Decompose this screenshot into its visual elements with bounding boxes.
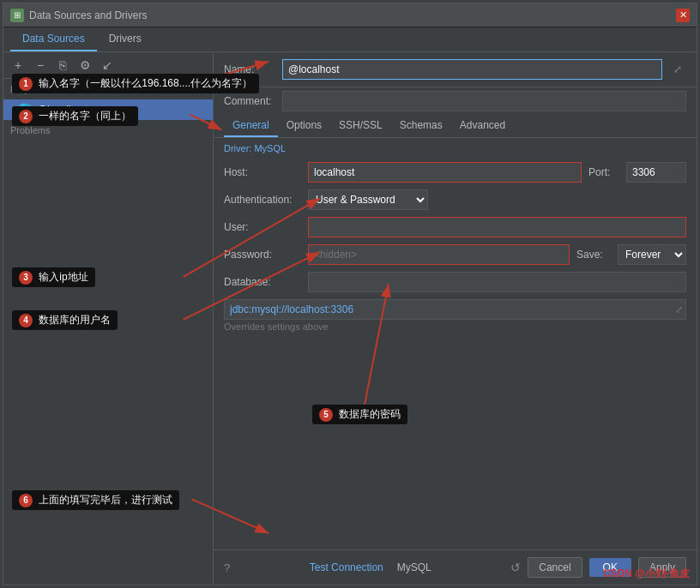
tab-datasources[interactable]: Data Sources xyxy=(10,27,97,51)
datasource-label: @localhost xyxy=(37,104,88,116)
tab-sshssl[interactable]: SSH/SSL xyxy=(330,115,391,137)
name-input[interactable] xyxy=(282,59,662,80)
expand-jdbc-icon: ⤢ xyxy=(675,304,683,315)
expand-name-button[interactable]: ⤢ xyxy=(669,61,686,78)
database-row: Database: xyxy=(224,272,686,292)
driver-label: Driver: MySQL xyxy=(214,138,697,159)
datasource-item-localhost[interactable]: 🐬 @localhost xyxy=(3,99,213,120)
app-icon: ⊞ xyxy=(10,9,24,22)
port-label: Port: xyxy=(588,166,619,178)
add-button[interactable]: + xyxy=(9,56,27,75)
form-area: Host: Port: Authentication: User & Passw… xyxy=(214,159,697,549)
section-header: Project Data Source xyxy=(3,79,213,99)
database-input[interactable] xyxy=(308,272,686,292)
tab-options[interactable]: Options xyxy=(278,115,330,137)
left-panel: + − ⎘ ⚙ ↙ Project Data Source 🐬 @localho… xyxy=(3,52,214,585)
help-button[interactable]: ? xyxy=(224,561,230,574)
watermark: CSDN @小刘-鱼皮 xyxy=(603,567,690,581)
save-label: Save: xyxy=(576,249,611,261)
title-bar: ⊞ Data Sources and Drivers ✕ xyxy=(3,3,697,27)
tab-schemas[interactable]: Schemas xyxy=(391,115,451,137)
host-label: Host: xyxy=(224,166,301,178)
password-row: Password: Save: Forever xyxy=(224,244,686,265)
mysql-label: MySQL xyxy=(397,561,431,573)
save-select[interactable]: Forever xyxy=(618,244,686,265)
right-panel: Name: ⤢ Comment: General Options SSH/SSL… xyxy=(214,52,697,585)
window-title: Data Sources and Drivers xyxy=(29,9,147,21)
comment-label: Comment: xyxy=(224,95,275,107)
name-row: Name: ⤢ xyxy=(214,52,697,87)
undo-button[interactable]: ↺ xyxy=(510,561,521,574)
user-input[interactable] xyxy=(308,217,686,237)
top-tabs: Data Sources Drivers xyxy=(3,27,697,52)
overrides-text: Overrides settings above xyxy=(224,321,686,332)
user-row: User: xyxy=(224,217,686,237)
name-label: Name: xyxy=(224,63,275,75)
comment-row: Comment: xyxy=(214,87,697,115)
auth-select[interactable]: User & Password xyxy=(308,189,428,210)
settings-button[interactable]: ⚙ xyxy=(75,56,94,75)
comment-input[interactable] xyxy=(282,91,686,111)
tab-drivers[interactable]: Drivers xyxy=(97,27,154,51)
host-row: Host: Port: xyxy=(224,162,686,183)
problems-section: Problems xyxy=(3,120,213,141)
host-input[interactable] xyxy=(308,162,582,183)
password-input[interactable] xyxy=(308,244,570,265)
test-connection-button[interactable]: Test Connection xyxy=(310,561,383,573)
password-label: Password: xyxy=(224,249,301,261)
jdbc-row: ⤢ xyxy=(224,299,686,320)
cancel-button[interactable]: Cancel xyxy=(528,557,582,578)
left-toolbar: + − ⎘ ⚙ ↙ xyxy=(3,52,213,79)
auth-row: Authentication: User & Password xyxy=(224,189,686,210)
auth-label: Authentication: xyxy=(224,194,301,206)
tab-advanced[interactable]: Advanced xyxy=(451,115,514,137)
jdbc-input[interactable] xyxy=(224,299,686,320)
port-input[interactable] xyxy=(626,162,686,183)
remove-button[interactable]: − xyxy=(31,56,50,75)
problems-label: Problems xyxy=(10,125,50,135)
mysql-icon: 🐬 xyxy=(17,103,32,117)
bottom-actions: Test Connection MySQL xyxy=(310,561,431,573)
copy-button[interactable]: ⎘ xyxy=(53,56,72,75)
user-label: User: xyxy=(224,221,301,233)
section-label: Project Data Source xyxy=(10,84,94,94)
import-button[interactable]: ↙ xyxy=(98,56,117,75)
database-label: Database: xyxy=(224,276,301,288)
close-button[interactable]: ✕ xyxy=(676,9,690,22)
inner-tabs: General Options SSH/SSL Schemas Advanced xyxy=(214,115,697,138)
tab-general[interactable]: General xyxy=(224,115,278,137)
